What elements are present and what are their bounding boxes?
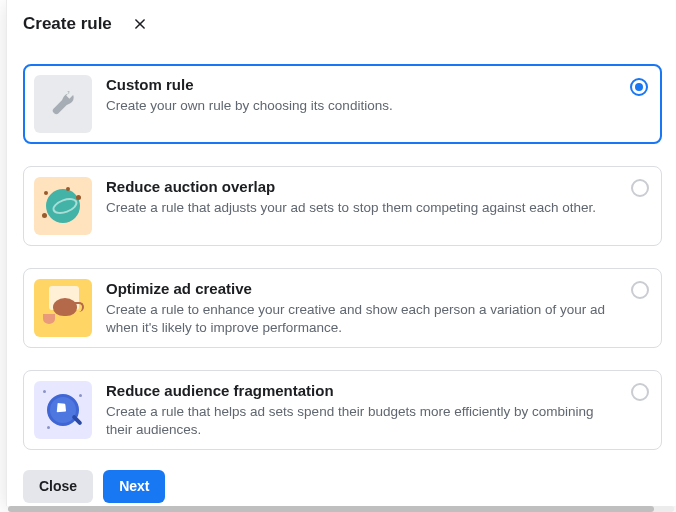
create-rule-dialog: Create rule Custom rule Create your own … — [6, 0, 676, 506]
option-body: Reduce audience fragmentation Create a r… — [106, 381, 649, 439]
radio-indicator[interactable] — [631, 179, 649, 197]
scrollbar-thumb[interactable] — [8, 506, 654, 512]
radio-indicator[interactable] — [631, 281, 649, 299]
horizontal-scrollbar[interactable] — [8, 506, 674, 512]
option-reduce-audience-fragmentation[interactable]: Reduce audience fragmentation Create a r… — [23, 370, 662, 450]
option-body: Reduce auction overlap Create a rule tha… — [106, 177, 649, 217]
option-title: Reduce audience fragmentation — [106, 381, 619, 401]
option-reduce-auction-overlap[interactable]: Reduce auction overlap Create a rule tha… — [23, 166, 662, 246]
option-description: Create your own rule by choosing its con… — [106, 97, 619, 115]
scrollbar-track — [8, 506, 674, 512]
option-custom-rule[interactable]: Custom rule Create your own rule by choo… — [23, 64, 662, 144]
options-list: Custom rule Create your own rule by choo… — [7, 44, 676, 456]
option-body: Optimize ad creative Create a rule to en… — [106, 279, 649, 337]
close-icon[interactable] — [130, 14, 150, 34]
diamond-search-icon — [34, 381, 92, 439]
radio-indicator[interactable] — [631, 383, 649, 401]
dialog-footer: Close Next — [7, 456, 676, 512]
option-title: Custom rule — [106, 75, 619, 95]
option-description: Create a rule that adjusts your ad sets … — [106, 199, 619, 217]
dialog-header: Create rule — [7, 0, 676, 44]
option-optimize-ad-creative[interactable]: Optimize ad creative Create a rule to en… — [23, 268, 662, 348]
kettle-icon — [34, 279, 92, 337]
radio-indicator[interactable] — [630, 78, 648, 96]
option-title: Optimize ad creative — [106, 279, 619, 299]
globe-icon — [34, 177, 92, 235]
option-body: Custom rule Create your own rule by choo… — [106, 75, 649, 115]
option-description: Create a rule to enhance your creative a… — [106, 301, 619, 337]
close-button[interactable]: Close — [23, 470, 93, 503]
next-button[interactable]: Next — [103, 470, 165, 503]
option-description: Create a rule that helps ad sets spend t… — [106, 403, 619, 439]
option-title: Reduce auction overlap — [106, 177, 619, 197]
dialog-title: Create rule — [23, 14, 112, 34]
wrench-icon — [34, 75, 92, 133]
